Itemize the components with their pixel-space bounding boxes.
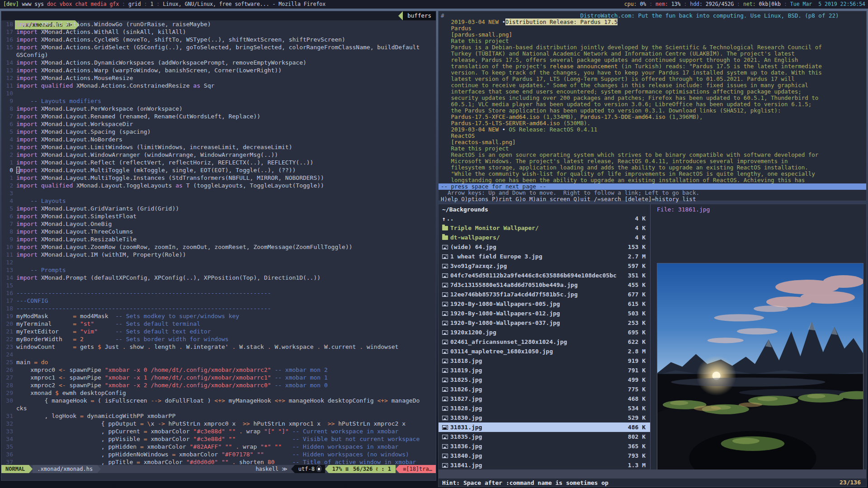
file-row[interactable]: 31819.jpg791 K	[439, 366, 650, 375]
code-line[interactable]: 24	[1, 351, 436, 358]
code-line[interactable]: 12	[1, 258, 436, 266]
file-row[interactable]: (wide) 64.jpg153 K	[439, 242, 650, 252]
code-line[interactable]: 32 { ppOutput = \x -> hPutStrLn xmproc0 …	[1, 420, 436, 427]
hyperlink-line[interactable]: Rate this project	[439, 145, 866, 152]
code-line[interactable]: 29 xmonad $ ewmh desktopConfig	[1, 389, 436, 397]
file-row-selected[interactable]: 31831.jpg486 K	[439, 422, 650, 432]
code-line[interactable]: 23windowCount = gets $ Just . show . len…	[1, 343, 436, 351]
file-row[interactable]: Triple Monitor Wallpaper/4 K	[439, 223, 650, 233]
file-row[interactable]: 31830.jpg529 K	[439, 413, 650, 422]
code-line[interactable]: 2import qualified XMonad.Layout.ToggleLa…	[1, 182, 436, 189]
code-line[interactable]: 7import XMonad.Layout.Renamed (renamed, …	[1, 113, 436, 120]
file-row[interactable]: 1920x1200.jpg695 K	[439, 328, 650, 337]
code-line[interactable]: 10import XMonad.Layout.ZoomRow (zoomRow,…	[1, 243, 436, 251]
code-line[interactable]: 4 -- Layouts	[1, 197, 436, 205]
code-line[interactable]: 11import XMonad.Layout.IM (withIM, Prope…	[1, 251, 436, 258]
file-row[interactable]: dt-wallpapers/4 K	[439, 233, 650, 242]
code-line[interactable]: 31 , logHook = dynamicLogWithPP xmobarPP	[1, 412, 436, 420]
file-row[interactable]: 12ee746bb85735f1a7a4cd4d7f581b5c.jpg677 …	[439, 290, 650, 299]
tab-buffers[interactable]: buffers	[403, 11, 436, 20]
code-line[interactable]: 6import XMonad.Layout.WorkspaceDir	[1, 120, 436, 128]
code-line[interactable]: 1import XMonad.Layout.MultiToggle.Instan…	[1, 174, 436, 182]
code-line[interactable]: 1import XMonad.Layout.Reflect (reflectVe…	[1, 159, 436, 166]
file-row[interactable]: 31825.jpg499 K	[439, 375, 650, 385]
code-line[interactable]: 13 -- Prompts	[1, 266, 436, 274]
hyperlink-line[interactable]: Pardus-17.5-XFCE-amd64.iso (1,334MB), Pa…	[439, 114, 866, 120]
code-line[interactable]: 22myBorderWidth = 2 -- Sets border width…	[1, 335, 436, 343]
vim-command-line[interactable]	[1, 473, 436, 480]
code-line[interactable]: 5import XMonad.Layout.GridVariants (Grid…	[1, 205, 436, 212]
code-line[interactable]: 15	[1, 282, 436, 289]
code-line[interactable]: 30 { manageHook = ( isFullscreen --> doF…	[1, 397, 436, 404]
code-line[interactable]: 3	[1, 189, 436, 197]
hyperlink-line[interactable]: [pardus-small.png]	[439, 32, 866, 38]
file-row[interactable]: 31818.jpg919 K	[439, 356, 650, 366]
code-line[interactable]: 18import XMonad.Actions.WindowGo (runOrR…	[1, 20, 436, 28]
code-line[interactable]: cks	[1, 404, 436, 412]
file-row[interactable]: 1920-By-1080-Wallpapers-012.jpg503 K	[439, 309, 650, 318]
file-row[interactable]: 1 wheat field Europe 3.jpg2.7 M	[439, 252, 650, 261]
code-line[interactable]: 11import qualified XMonad.Actions.Constr…	[1, 82, 436, 89]
code-line[interactable]: 14import XMonad.Prompt (defaultXPConfig,…	[1, 274, 436, 282]
file-row[interactable]: 31826.jpg775 K	[439, 385, 650, 394]
file-row[interactable]: 03114_mapletree_1680x1050.jpg2.8 M	[439, 347, 650, 356]
code-editor-area[interactable]: 18import XMonad.Actions.WindowGo (runOrR…	[1, 20, 436, 466]
code-line[interactable]: 26 xmproc0 <- spawnPipe "xmobar -x 0 /ho…	[1, 366, 436, 374]
file-row[interactable]: 31828.jpg534 K	[439, 404, 650, 413]
code-line[interactable]: 19myModMask = mod4Mask -- Sets modkey to…	[1, 312, 436, 320]
code-line[interactable]: 10	[1, 89, 436, 97]
code-line[interactable]: 8import XMonad.Layout.ThreeColumns	[1, 228, 436, 235]
hyperlink-line[interactable]: Rate this project	[439, 38, 866, 44]
file-row[interactable]: 31841.jpg1.3 M	[439, 460, 650, 470]
code-line[interactable]: 7import XMonad.Layout.OneBig	[1, 220, 436, 228]
hyperlink-line[interactable]: [reactos-small.png]	[439, 139, 866, 145]
file-row[interactable]: 3vo91g7azxqz.jpg597 K	[439, 261, 650, 271]
file-row[interactable]: 1920-By-1080-Wallpapers-005.jpg615 K	[439, 299, 650, 309]
file-list[interactable]: ↑..4 KTriple Monitor Wallpaper/4 Kdt-wal…	[439, 214, 650, 470]
code-line[interactable]: 3import XMonad.Layout.LimitWindows (limi…	[1, 143, 436, 151]
code-line[interactable]: 34 , ppVisible = xmobarColor "#c3e88d" "…	[1, 435, 436, 443]
code-line[interactable]: 17import XMonad.Actions.WithAll (sinkAll…	[1, 28, 436, 36]
code-line[interactable]: 0import XMonad.Layout.MultiToggle (mkTog…	[1, 166, 436, 174]
hyperlink-line[interactable]: 2019-03-04 NEW •Distribution Release: Pa…	[439, 19, 866, 25]
code-line[interactable]: 27 xmproc1 <- spawnPipe "xmobar -x 1 /ho…	[1, 374, 436, 381]
code-line[interactable]: 6import XMonad.Layout.SimplestFloat	[1, 212, 436, 220]
code-line[interactable]: 14import XMonad.Actions.DynamicWorkspace…	[1, 59, 436, 66]
file-row[interactable]: ↑..4 K	[439, 214, 650, 223]
buffers-tab-group[interactable]: buffers	[398, 11, 436, 20]
file-row[interactable]: 1920-By-1080-Wallpapers-037.jpg253 K	[439, 318, 650, 328]
hyperlink-line[interactable]: Pardus	[439, 25, 866, 32]
xmobar-workspaces[interactable]: [dev] www sys doc vbox chat media gfx : …	[3, 0, 326, 9]
file-row[interactable]: 31836.jpg365 K	[439, 441, 650, 451]
code-line[interactable]: 5import XMonad.Layout.Spacing (spacing)	[1, 128, 436, 136]
hyperlink-line[interactable]: ReactOS	[439, 133, 866, 139]
code-line[interactable]: 20myTerminal = "st" -- Sets default term…	[1, 320, 436, 328]
code-line[interactable]: 4import XMonad.Layout.NoBorders	[1, 136, 436, 143]
hyperlink-line[interactable]: 2019-03-04 NEW • OS Release: ReactOS 0.4…	[439, 127, 866, 133]
file-row[interactable]: 7d3c13155880e514a8d6d70510be449a.jpg455 …	[439, 280, 650, 290]
file-row[interactable]: 31835.jpg802 K	[439, 432, 650, 441]
code-line[interactable]: 13import XMonad.Actions.Warp (warpToWind…	[1, 66, 436, 74]
vifm-command-line[interactable]: 23/136	[439, 479, 866, 487]
code-line[interactable]: 33 , ppCurrent = xmobarColor "#c3e88d" "…	[1, 427, 436, 435]
file-row[interactable]: 04fc7e45d58112b2a9fe446c8c635886b694e108…	[439, 271, 650, 280]
code-line[interactable]: GSConfig)	[1, 51, 436, 59]
code-line[interactable]: 28 xmproc2 <- spawnPipe "xmobar -x 2 /ho…	[1, 381, 436, 389]
code-line[interactable]: 16--------------------------------------…	[1, 289, 436, 297]
code-line[interactable]: 17---CONFIG	[1, 297, 436, 305]
code-line[interactable]: 9import XMonad.Layout.ResizableTile	[1, 235, 436, 243]
hyperlink-line[interactable]: Pardus-17.5-LTS-SERVER-amd64.iso (530MB)…	[439, 120, 866, 127]
code-line[interactable]: 15import XMonad.Actions.GridSelect (GSCo…	[1, 43, 436, 51]
file-row[interactable]: 31840.jpg793 K	[439, 451, 650, 460]
code-line[interactable]: 16import XMonad.Actions.CycleWS (moveTo,…	[1, 36, 436, 43]
code-line[interactable]: 21myTextEditor = "vim" -- Sets default t…	[1, 328, 436, 335]
code-line[interactable]: 9 -- Layouts modifiers	[1, 97, 436, 105]
code-line[interactable]: 2import XMonad.Layout.WindowArranger (wi…	[1, 151, 436, 159]
code-line[interactable]: 25main = do	[1, 358, 436, 366]
code-line[interactable]: 35 , ppHidden = xmobarColor "#82AAFF" ""…	[1, 443, 436, 450]
file-row[interactable]: 31827.jpg468 K	[439, 394, 650, 404]
code-line[interactable]: 12import XMonad.Actions.MouseResize	[1, 74, 436, 82]
code-line[interactable]: 36 , ppHiddenNoWindows = xmobarColor "#F…	[1, 450, 436, 458]
file-row[interactable]: 02461_africansunset_1280x1024.jpg622 K	[439, 337, 650, 347]
code-line[interactable]: 8import XMonad.Layout.PerWorkspace (onWo…	[1, 105, 436, 113]
